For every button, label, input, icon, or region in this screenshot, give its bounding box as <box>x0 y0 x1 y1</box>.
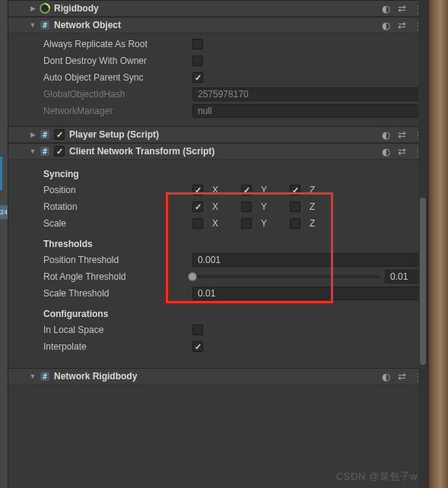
field-label: Rot Angle Threshold <box>43 271 192 282</box>
axis-label: Z <box>310 185 320 195</box>
slider-thumb[interactable] <box>188 272 197 281</box>
component-title: Player Setup (Script) <box>69 129 382 140</box>
network-object-body: Always Replicate As Root Dont Destroy Wi… <box>8 33 427 126</box>
field-label: GlobalObjectIdHash <box>43 89 192 100</box>
component-title: Client Network Transform (Script) <box>69 146 382 157</box>
rotation-y-checkbox[interactable] <box>241 201 252 212</box>
position-y-checkbox[interactable] <box>241 185 252 195</box>
script-icon: # <box>39 19 51 31</box>
foldout-icon[interactable]: ▼ <box>28 372 37 380</box>
watermark: CSDN @菜包子w <box>336 470 418 483</box>
script-icon: # <box>39 370 51 382</box>
rigidbody-icon <box>39 2 51 14</box>
help-icon[interactable]: ◐ <box>382 20 390 31</box>
component-header-player-setup[interactable]: ▶ # Player Setup (Script) ◐ ⇄ ⋮ <box>8 126 427 143</box>
rot-threshold-slider[interactable] <box>192 275 380 278</box>
field-label: Interpolate <box>43 341 192 352</box>
component-header-client-network-transform[interactable]: ▼ # Client Network Transform (Script) ◐ … <box>8 143 427 160</box>
scrollbar[interactable] <box>418 0 427 488</box>
field-label: Rotation <box>43 201 192 212</box>
foldout-icon[interactable]: ▼ <box>28 21 37 29</box>
help-icon[interactable]: ◐ <box>382 371 390 382</box>
rotation-x-checkbox[interactable] <box>192 201 203 212</box>
client-network-transform-body: Syncing Position X Y Z Rotation X Y Z Sc… <box>8 160 427 362</box>
field-label: Position <box>43 185 192 195</box>
field-label: Auto Object Parent Sync <box>43 72 192 83</box>
field-label: Position Threshold <box>43 255 192 265</box>
svg-text:#: # <box>43 147 47 156</box>
axis-label: Y <box>261 218 272 229</box>
scale-z-checkbox[interactable] <box>290 218 300 229</box>
script-icon: # <box>39 128 51 141</box>
foldout-icon[interactable]: ▼ <box>28 147 37 155</box>
axis-label: X <box>212 201 223 212</box>
field-label: NetworkManager <box>43 106 192 116</box>
axis-label: Y <box>261 201 272 212</box>
foldout-icon[interactable]: ▶ <box>28 5 37 12</box>
gutter-right <box>429 0 448 488</box>
network-manager-field: null <box>192 104 421 118</box>
interpolate-checkbox[interactable] <box>192 341 203 352</box>
gutter-left: 24 <box>0 0 8 488</box>
help-icon[interactable]: ◐ <box>382 129 390 141</box>
position-x-checkbox[interactable] <box>192 185 203 195</box>
preset-icon[interactable]: ⇄ <box>398 129 406 141</box>
component-header-network-rigidbody[interactable]: ▼ # Network Rigidbody ◐ ⇄ ⋮ <box>8 368 427 385</box>
rotation-z-checkbox[interactable] <box>290 201 300 212</box>
help-icon[interactable]: ◐ <box>382 3 390 14</box>
preset-icon[interactable]: ⇄ <box>398 146 406 157</box>
section-heading: Syncing <box>43 167 421 181</box>
enable-checkbox[interactable] <box>54 146 65 157</box>
position-threshold-field[interactable]: 0.001 <box>192 253 421 267</box>
field-label: Dont Destroy With Owner <box>43 55 192 66</box>
position-z-checkbox[interactable] <box>290 185 300 195</box>
scale-y-checkbox[interactable] <box>241 218 252 229</box>
section-heading: Thresholds <box>43 237 421 251</box>
axis-label: X <box>212 185 223 195</box>
preset-icon[interactable]: ⇄ <box>398 371 406 382</box>
field-label: Scale Threshold <box>43 288 192 299</box>
rot-threshold-value[interactable]: 0.01 <box>385 270 421 284</box>
global-hash-field: 2575978170 <box>192 87 421 101</box>
selection-marker <box>0 157 2 190</box>
field-label: In Local Space <box>43 325 192 335</box>
scale-threshold-field[interactable]: 0.01 <box>192 287 421 300</box>
dont-destroy-checkbox[interactable] <box>192 55 203 66</box>
scale-x-checkbox[interactable] <box>192 218 203 229</box>
enable-checkbox[interactable] <box>54 129 65 140</box>
always-replicate-checkbox[interactable] <box>192 39 203 49</box>
in-local-space-checkbox[interactable] <box>192 325 203 335</box>
component-title: Network Object <box>54 20 382 30</box>
component-header-network-object[interactable]: ▼ # Network Object ◐ ⇄ ⋮ <box>8 17 427 33</box>
list-index-badge: 24 <box>0 205 8 219</box>
svg-text:#: # <box>43 372 47 381</box>
section-heading: Configurations <box>43 307 421 321</box>
svg-text:#: # <box>43 131 47 139</box>
preset-icon[interactable]: ⇄ <box>398 3 406 14</box>
auto-parent-checkbox[interactable] <box>192 72 203 83</box>
field-label: Scale <box>43 218 192 229</box>
help-icon[interactable]: ◐ <box>382 146 390 157</box>
component-header-rigidbody[interactable]: ▶ Rigidbody ◐ ⇄ ⋮ <box>8 0 427 17</box>
component-title: Network Rigidbody <box>54 371 382 382</box>
svg-text:#: # <box>43 21 47 30</box>
scrollbar-thumb[interactable] <box>420 198 426 365</box>
inspector-panel: ▶ Rigidbody ◐ ⇄ ⋮ ▼ # Network Object ◐ ⇄… <box>8 0 428 488</box>
axis-label: Z <box>310 218 320 229</box>
axis-label: X <box>212 218 223 229</box>
axis-label: Z <box>310 201 320 212</box>
foldout-icon[interactable]: ▶ <box>28 131 37 138</box>
preset-icon[interactable]: ⇄ <box>398 20 406 31</box>
field-label: Always Replicate As Root <box>43 39 192 49</box>
component-title: Rigidbody <box>54 3 382 14</box>
script-icon: # <box>39 145 51 157</box>
axis-label: Y <box>261 185 272 195</box>
